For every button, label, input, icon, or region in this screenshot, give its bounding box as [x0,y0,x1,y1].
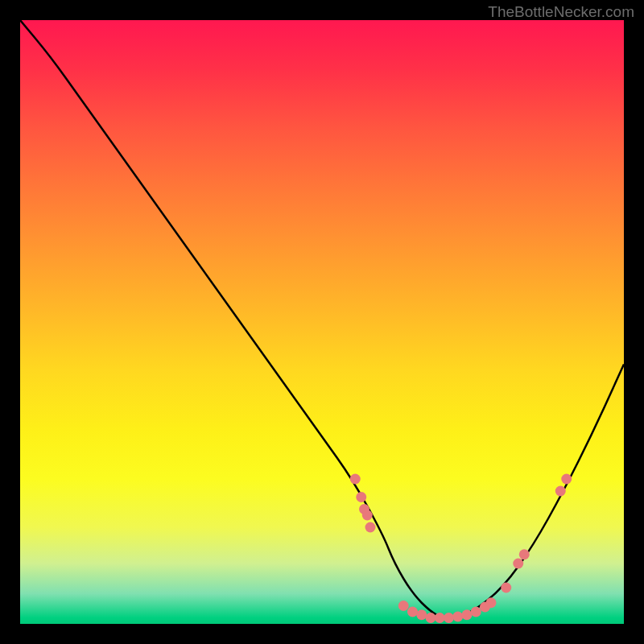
bottleneck-curve [20,20,624,618]
scatter-point [555,486,566,497]
scatter-point [519,549,530,559]
scatter-point [452,612,463,622]
scatter-point [435,613,445,623]
scatter-point [471,607,481,617]
scatter-point [407,607,418,617]
scatter-point [426,613,436,623]
scatter-point [462,609,473,620]
scatter-point [350,474,361,485]
scatter-point [362,510,373,521]
scatter-point [356,492,366,502]
scatter-point [444,613,454,623]
scatter-point [398,601,409,611]
scatter-point [365,522,376,533]
scatter-point [501,583,511,593]
scatter-points [350,474,572,624]
scatter-point [486,597,497,608]
chart-plot-area [20,20,624,624]
scatter-point [513,559,523,569]
scatter-point [416,609,427,620]
watermark-text: TheBottleNecker.com [488,3,634,21]
scatter-point [561,474,572,485]
chart-svg-layer [20,20,624,624]
